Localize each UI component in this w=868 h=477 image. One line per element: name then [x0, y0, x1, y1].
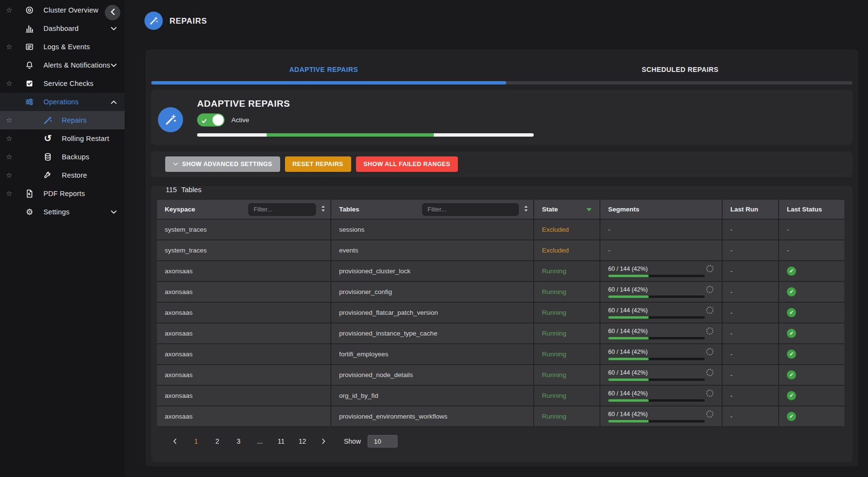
- cell-keyspace: axonsaas: [157, 385, 331, 406]
- cell-last-run: -: [722, 323, 779, 344]
- segment-progress-bar: [608, 295, 705, 298]
- tables-filter-input[interactable]: [422, 203, 519, 216]
- col-header-tables: Tables: [339, 206, 359, 213]
- cell-segments: 60 / 144 (42%): [600, 323, 722, 344]
- cell-last-status: [779, 365, 844, 385]
- cell-last-run: -: [722, 344, 779, 365]
- show-all-failed-ranges-button[interactable]: SHOW ALL FAILED RANGES: [356, 156, 458, 172]
- keyspace-filter-input[interactable]: [248, 203, 316, 216]
- page-button[interactable]: 3: [233, 437, 244, 445]
- cell-last-status: -: [779, 240, 844, 261]
- cell-last-run: -: [722, 281, 779, 302]
- sidebar-item-pdf-reports[interactable]: PDF Reports: [0, 184, 125, 203]
- reset-repairs-button[interactable]: RESET REPAIRS: [285, 156, 351, 172]
- sidebar-item-logs-events[interactable]: Logs & Events: [0, 38, 125, 56]
- sidebar-item-alerts-notifications[interactable]: Alerts & Notifications: [0, 56, 125, 74]
- show-advanced-settings-button[interactable]: SHOW ADVANCED SETTINGS: [165, 156, 280, 172]
- sidebar-item-service-checks[interactable]: Service Checks: [0, 74, 125, 93]
- tab-indicator: [151, 81, 506, 84]
- cell-table: provisioned_environments_workflows: [331, 406, 534, 427]
- cell-state: Excluded: [534, 240, 600, 261]
- table-row[interactable]: axonsaas provisioned_node_details Runnin…: [157, 365, 844, 385]
- cell-table: provisioned_flatcar_patch_version: [331, 302, 534, 323]
- table-row[interactable]: system_traces sessions Excluded - - -: [157, 219, 844, 240]
- star-icon[interactable]: [6, 6, 12, 14]
- cell-state: Running: [534, 302, 600, 323]
- pdf-file-icon: [23, 189, 36, 198]
- cell-table: org_id_by_fid: [331, 385, 534, 406]
- segment-progress-bar: [608, 399, 705, 402]
- table-row[interactable]: axonsaas provisioned_flatcar_patch_versi…: [157, 302, 844, 323]
- cell-last-status: [779, 323, 844, 344]
- table-row[interactable]: axonsaas provisioned_instance_type_cache…: [157, 323, 844, 344]
- cell-state: Running: [534, 323, 600, 344]
- tab-adaptive-repairs[interactable]: ADAPTIVE REPAIRS: [145, 50, 502, 81]
- star-icon[interactable]: [6, 79, 12, 88]
- table-row[interactable]: axonsaas provisioned_cluster_lock Runnin…: [157, 261, 844, 281]
- sidebar: Cluster Overview Dashboard Logs & Events: [0, 0, 125, 477]
- table-row[interactable]: axonsaas fortifi_employees Running 60 / …: [157, 344, 844, 365]
- button-label: SHOW ADVANCED SETTINGS: [182, 161, 272, 168]
- sort-desc-icon[interactable]: [586, 206, 592, 213]
- bar-chart-icon: [23, 24, 36, 33]
- sidebar-item-backups[interactable]: Backups: [0, 148, 125, 166]
- chevron-down-icon: [111, 27, 117, 31]
- cell-last-run: -: [722, 219, 779, 240]
- table-row[interactable]: axonsaas provisioner_config Running 60 /…: [157, 281, 844, 302]
- star-icon[interactable]: [6, 116, 12, 125]
- sidebar-item-label: PDF Reports: [43, 190, 85, 197]
- segment-progress-bar: [608, 420, 705, 422]
- page-button[interactable]: 12: [297, 437, 308, 445]
- sidebar-collapse-button[interactable]: [105, 5, 120, 20]
- cell-segments: 60 / 144 (42%): [600, 385, 722, 406]
- cell-table: sessions: [331, 219, 534, 240]
- segments-label: 60 / 144 (42%): [608, 286, 648, 293]
- table-row[interactable]: system_traces events Excluded - - -: [157, 240, 844, 261]
- spinner-icon: [706, 265, 713, 272]
- star-icon[interactable]: [6, 153, 12, 161]
- cell-table: provisioned_instance_type_cache: [331, 323, 534, 344]
- segments-label: 60 / 144 (42%): [608, 369, 648, 376]
- sidebar-item-label: Dashboard: [43, 25, 79, 32]
- page-size-select[interactable]: 10: [368, 435, 398, 448]
- table-row[interactable]: axonsaas org_id_by_fid Running 60 / 144 …: [157, 385, 844, 406]
- cell-table: events: [331, 240, 534, 261]
- segment-progress-bar: [608, 358, 705, 360]
- star-icon[interactable]: [6, 134, 12, 143]
- sidebar-item-label: Settings: [43, 208, 70, 216]
- sidebar-item-operations[interactable]: Operations: [0, 93, 125, 111]
- main-content: REPAIRS ADAPTIVE REPAIRS SCHEDULED REPAI…: [125, 0, 868, 477]
- sidebar-item-repairs[interactable]: Repairs: [0, 111, 125, 129]
- sort-icon[interactable]: [524, 205, 528, 213]
- sort-icon[interactable]: [321, 205, 326, 213]
- star-icon[interactable]: [6, 189, 12, 198]
- page-header: REPAIRS: [144, 12, 207, 30]
- star-icon[interactable]: [6, 42, 12, 51]
- sidebar-item-restore[interactable]: Restore: [0, 166, 125, 184]
- success-icon: [787, 267, 796, 276]
- tab-scheduled-repairs[interactable]: SCHEDULED REPAIRS: [502, 50, 858, 81]
- page-button[interactable]: 11: [275, 437, 287, 445]
- screen: Cluster Overview Dashboard Logs & Events: [0, 0, 868, 477]
- sidebar-item-label: Rolling Restart: [62, 135, 109, 142]
- segment-progress-fill: [608, 420, 649, 422]
- next-page-button[interactable]: [318, 438, 329, 444]
- sidebar-item-rolling-restart[interactable]: Rolling Restart: [0, 129, 125, 148]
- cell-last-status: [779, 302, 844, 323]
- cell-last-run: -: [722, 240, 779, 261]
- page-ellipsis: ...: [254, 437, 266, 445]
- active-toggle[interactable]: [197, 113, 225, 126]
- cell-segments: 60 / 144 (42%): [600, 261, 722, 281]
- segments-label: 60 / 144 (42%): [608, 349, 648, 355]
- sidebar-item-dashboard[interactable]: Dashboard: [0, 19, 125, 38]
- chevron-down-icon: [173, 161, 178, 168]
- sliders-icon: [23, 98, 36, 106]
- page-button[interactable]: 1: [190, 437, 202, 445]
- page-button[interactable]: 2: [212, 437, 223, 445]
- prev-page-button[interactable]: [169, 438, 181, 444]
- segment-progress-fill: [608, 399, 649, 402]
- table-row[interactable]: axonsaas provisioned_environments_workfl…: [157, 406, 844, 427]
- sidebar-item-settings[interactable]: Settings: [0, 203, 125, 221]
- star-icon[interactable]: [6, 171, 12, 180]
- success-icon: [787, 329, 796, 338]
